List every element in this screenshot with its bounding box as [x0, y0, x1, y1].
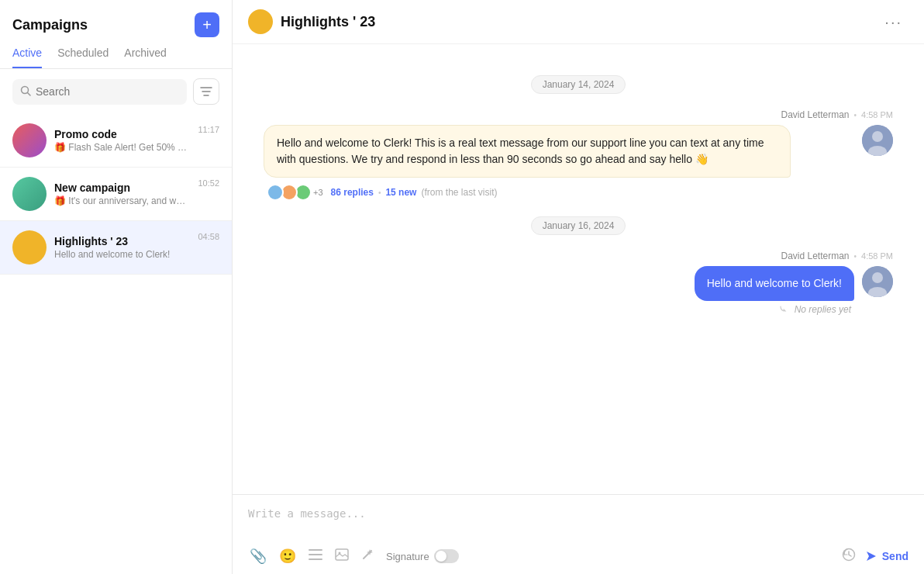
- campaign-item-promo[interactable]: Promo code 🎁 Flash Sale Alert! Get 50% o…: [0, 114, 232, 168]
- user-avatar-2: [862, 266, 893, 297]
- tab-active[interactable]: Active: [12, 47, 42, 68]
- campaign-preview-highlights: Hello and welcome to Clerk!: [54, 249, 190, 260]
- campaign-item-new[interactable]: New campaign 🎁 It's our anniversary, and…: [0, 168, 232, 221]
- send-icon: [865, 550, 877, 562]
- compose-toolbar: 📎 🙂: [248, 546, 908, 566]
- message-row-2: Hello and welcome to Clerk! No replies y…: [695, 266, 893, 315]
- send-label: Send: [882, 550, 908, 562]
- campaign-preview-promo: 🎁 Flash Sale Alert! Get 50% off on all i…: [54, 142, 190, 153]
- media-icon: [335, 548, 349, 561]
- svg-rect-12: [309, 554, 322, 555]
- date-pill-jan16: January 16, 2024: [531, 216, 626, 235]
- message-bubble-1: Hello and welcome to Clerk! This is a re…: [264, 125, 791, 178]
- meta-dot-1: •: [854, 111, 857, 119]
- campaign-name-highlights: Highlights ' 23: [54, 235, 190, 247]
- main-title: Highlights ' 23: [281, 14, 375, 30]
- tab-scheduled[interactable]: Scheduled: [57, 47, 109, 68]
- reply-arrow-icon: [779, 305, 791, 314]
- campaign-name-new: New campaign: [54, 182, 190, 194]
- campaign-info-highlights: Highlights ' 23 Hello and welcome to Cle…: [54, 235, 190, 260]
- sender-name-1: David Letterman: [781, 109, 849, 120]
- user-avatar-img-2: [862, 266, 893, 297]
- message-meta-2: David Letterman • 4:58 PM: [781, 251, 893, 261]
- list-button[interactable]: [307, 547, 324, 566]
- campaign-avatar-highlights: [12, 230, 47, 265]
- header-avatar: [248, 9, 273, 34]
- signature-toggle[interactable]: [434, 549, 459, 563]
- message-time-1: 4:58 PM: [861, 110, 893, 119]
- campaign-preview-new: 🎁 It's our anniversary, and we're giving…: [54, 195, 190, 206]
- sidebar-header: Campaigns +: [0, 0, 232, 37]
- message-group-2: David Letterman • 4:58 PM Hello and welc…: [264, 251, 893, 315]
- campaign-item-highlights[interactable]: Highlights ' 23 Hello and welcome to Cle…: [0, 221, 232, 275]
- sender-name-2: David Letterman: [781, 251, 849, 261]
- search-wrap: [12, 79, 187, 105]
- more-options-button[interactable]: ···: [878, 10, 908, 34]
- search-input[interactable]: [36, 85, 179, 98]
- no-replies-wrap: No replies yet: [779, 304, 851, 315]
- tab-archived[interactable]: Archived: [124, 47, 166, 68]
- replies-count: 86 replies: [331, 187, 374, 198]
- sidebar: Campaigns + Active Scheduled Archived: [0, 0, 233, 574]
- toggle-circle: [436, 551, 446, 562]
- meta-dot-2: •: [854, 252, 857, 261]
- campaign-info-new: New campaign 🎁 It's our anniversary, and…: [54, 182, 190, 206]
- magic-button[interactable]: [360, 547, 377, 566]
- svg-rect-11: [309, 549, 322, 551]
- campaign-time-highlights: 04:58: [198, 232, 219, 241]
- svg-point-9: [872, 272, 883, 283]
- main-header: Highlights ' 23 ···: [233, 0, 924, 44]
- filter-button[interactable]: [193, 78, 219, 105]
- main-panel: Highlights ' 23 ··· January 14, 2024 Dav…: [233, 0, 924, 574]
- reply-sep: •: [378, 188, 381, 197]
- campaign-info-promo: Promo code 🎁 Flash Sale Alert! Get 50% o…: [54, 128, 190, 153]
- compose-area: 📎 🙂: [233, 494, 924, 574]
- main-header-left: Highlights ' 23: [248, 9, 375, 34]
- svg-rect-13: [309, 558, 322, 560]
- message-meta-1: David Letterman • 4:58 PM: [264, 109, 893, 120]
- media-button[interactable]: [333, 547, 350, 566]
- signature-label: Signature: [386, 551, 429, 562]
- sidebar-title: Campaigns: [12, 17, 88, 33]
- no-replies-text: No replies yet: [795, 304, 851, 315]
- list-icon: [309, 548, 322, 561]
- replies-note: (from the last visit): [421, 187, 497, 198]
- message-group-1: David Letterman • 4:58 PM Hello and welc…: [264, 109, 893, 201]
- date-divider-jan14: January 14, 2024: [264, 75, 893, 94]
- campaign-time-promo: 11:17: [198, 125, 219, 134]
- campaign-name-promo: Promo code: [54, 128, 190, 140]
- history-button[interactable]: [842, 548, 856, 565]
- date-pill-jan14: January 14, 2024: [531, 75, 626, 94]
- send-button[interactable]: Send: [865, 550, 908, 562]
- emoji-button[interactable]: 🙂: [278, 546, 298, 566]
- messages-area: January 14, 2024 David Letterman • 4:58 …: [233, 44, 924, 494]
- user-avatar-img-1: [862, 125, 893, 156]
- reply-avatar-count: +3: [313, 188, 323, 197]
- tabs-bar: Active Scheduled Archived: [0, 37, 232, 69]
- campaign-list: Promo code 🎁 Flash Sale Alert! Get 50% o…: [0, 114, 232, 574]
- message-row-1: Hello and welcome to Clerk! This is a re…: [264, 125, 893, 201]
- add-campaign-button[interactable]: +: [195, 12, 219, 37]
- message-time-2: 4:58 PM: [861, 251, 893, 261]
- replies-row-1[interactable]: +3 86 replies • 15 new (from the last vi…: [264, 184, 854, 201]
- svg-point-6: [872, 131, 883, 142]
- compose-input[interactable]: [248, 506, 908, 537]
- message-content-2: Hello and welcome to Clerk! No replies y…: [695, 266, 854, 315]
- svg-rect-14: [336, 549, 348, 560]
- message-content-1: Hello and welcome to Clerk! This is a re…: [264, 125, 854, 201]
- history-icon: [842, 548, 856, 562]
- date-divider-jan16: January 16, 2024: [264, 216, 893, 235]
- campaign-avatar-promo: [12, 123, 47, 157]
- search-row: [0, 69, 232, 114]
- svg-line-1: [28, 92, 31, 95]
- search-icon: [20, 85, 31, 99]
- filter-icon: [200, 86, 212, 97]
- campaign-time-new: 10:52: [198, 178, 219, 188]
- campaign-avatar-new: [12, 177, 47, 211]
- signature-wrap: Signature: [386, 549, 459, 563]
- attachment-button[interactable]: 📎: [248, 546, 268, 566]
- reply-avatar-1: [267, 184, 284, 201]
- message-bubble-2: Hello and welcome to Clerk!: [695, 266, 854, 301]
- magic-icon: [361, 548, 375, 561]
- replies-new: 15 new: [385, 187, 416, 198]
